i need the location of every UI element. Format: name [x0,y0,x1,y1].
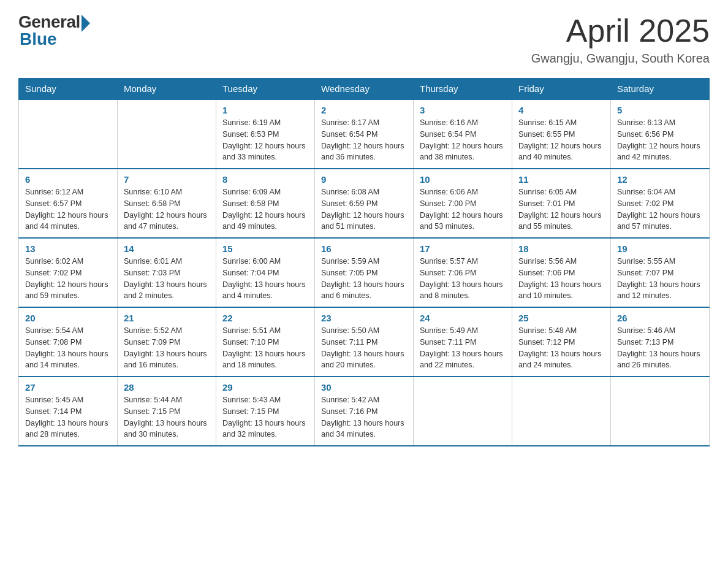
calendar-cell [118,99,216,169]
day-number: 28 [124,382,210,393]
day-info: Sunrise: 5:55 AMSunset: 7:07 PMDaylight:… [617,256,703,302]
day-number: 22 [222,313,308,323]
logo-blue-text: Blue [20,29,57,49]
day-of-week-header: Thursday [414,79,512,100]
calendar-cell: 12Sunrise: 6:04 AMSunset: 7:02 PMDayligh… [611,169,710,238]
day-number: 13 [25,243,111,254]
day-info: Sunrise: 6:12 AMSunset: 6:57 PMDaylight:… [25,186,111,232]
day-info: Sunrise: 6:19 AMSunset: 6:53 PMDaylight:… [222,117,308,163]
day-number: 5 [617,105,703,115]
calendar-cell [512,377,611,446]
calendar-cell: 7Sunrise: 6:10 AMSunset: 6:58 PMDaylight… [118,169,216,238]
day-number: 21 [124,313,210,323]
calendar-cell: 18Sunrise: 5:56 AMSunset: 7:06 PMDayligh… [512,238,611,307]
calendar-week-row: 27Sunrise: 5:45 AMSunset: 7:14 PMDayligh… [19,377,710,446]
calendar-week-row: 1Sunrise: 6:19 AMSunset: 6:53 PMDaylight… [19,99,710,169]
calendar-cell: 16Sunrise: 5:59 AMSunset: 7:05 PMDayligh… [315,238,414,307]
day-number: 15 [222,243,308,254]
calendar-cell: 23Sunrise: 5:50 AMSunset: 7:11 PMDayligh… [315,307,414,377]
calendar-cell: 26Sunrise: 5:46 AMSunset: 7:13 PMDayligh… [611,307,710,377]
day-number: 6 [25,174,111,185]
logo: General Blue [18,12,90,49]
day-number: 9 [321,174,407,185]
day-info: Sunrise: 5:59 AMSunset: 7:05 PMDaylight:… [321,256,407,302]
calendar-cell: 17Sunrise: 5:57 AMSunset: 7:06 PMDayligh… [414,238,512,307]
calendar-cell: 3Sunrise: 6:16 AMSunset: 6:54 PMDaylight… [414,99,512,169]
day-info: Sunrise: 5:43 AMSunset: 7:15 PMDaylight:… [222,394,308,440]
day-info: Sunrise: 6:08 AMSunset: 6:59 PMDaylight:… [321,186,407,232]
day-number: 12 [617,174,703,185]
day-number: 27 [25,382,111,393]
day-info: Sunrise: 5:56 AMSunset: 7:06 PMDaylight:… [518,256,604,302]
day-number: 26 [617,313,703,323]
day-info: Sunrise: 6:04 AMSunset: 7:02 PMDaylight:… [617,186,703,232]
day-number: 30 [321,382,407,393]
calendar-cell: 4Sunrise: 6:15 AMSunset: 6:55 PMDaylight… [512,99,611,169]
calendar-cell: 27Sunrise: 5:45 AMSunset: 7:14 PMDayligh… [19,377,118,446]
day-of-week-header: Friday [512,79,611,100]
day-of-week-header: Monday [118,79,216,100]
day-number: 29 [222,382,308,393]
calendar-week-row: 6Sunrise: 6:12 AMSunset: 6:57 PMDaylight… [19,169,710,238]
day-number: 20 [25,313,111,323]
calendar-table: SundayMondayTuesdayWednesdayThursdayFrid… [18,78,710,446]
calendar-cell: 30Sunrise: 5:42 AMSunset: 7:16 PMDayligh… [315,377,414,446]
day-of-week-header: Tuesday [216,79,315,100]
day-of-week-header: Wednesday [315,79,414,100]
day-info: Sunrise: 6:09 AMSunset: 6:58 PMDaylight:… [222,186,308,232]
day-number: 17 [420,243,506,254]
title-block: April 2025 Gwangju, Gwangju, South Korea [531,12,710,66]
day-number: 14 [124,243,210,254]
day-info: Sunrise: 6:02 AMSunset: 7:02 PMDaylight:… [25,256,111,302]
day-info: Sunrise: 6:00 AMSunset: 7:04 PMDaylight:… [222,256,308,302]
calendar-cell: 22Sunrise: 5:51 AMSunset: 7:10 PMDayligh… [216,307,315,377]
calendar-cell [611,377,710,446]
day-number: 19 [617,243,703,254]
day-number: 7 [124,174,210,185]
day-info: Sunrise: 5:50 AMSunset: 7:11 PMDaylight:… [321,325,407,371]
calendar-cell: 29Sunrise: 5:43 AMSunset: 7:15 PMDayligh… [216,377,315,446]
logo-arrow-icon [82,15,90,32]
day-info: Sunrise: 5:57 AMSunset: 7:06 PMDaylight:… [420,256,506,302]
calendar-cell: 2Sunrise: 6:17 AMSunset: 6:54 PMDaylight… [315,99,414,169]
day-number: 8 [222,174,308,185]
day-number: 24 [420,313,506,323]
day-info: Sunrise: 6:13 AMSunset: 6:56 PMDaylight:… [617,117,703,163]
calendar-cell: 28Sunrise: 5:44 AMSunset: 7:15 PMDayligh… [118,377,216,446]
day-info: Sunrise: 5:45 AMSunset: 7:14 PMDaylight:… [25,394,111,440]
calendar-cell: 9Sunrise: 6:08 AMSunset: 6:59 PMDaylight… [315,169,414,238]
day-info: Sunrise: 6:10 AMSunset: 6:58 PMDaylight:… [124,186,210,232]
day-number: 1 [222,105,308,115]
calendar-cell: 20Sunrise: 5:54 AMSunset: 7:08 PMDayligh… [19,307,118,377]
day-info: Sunrise: 5:54 AMSunset: 7:08 PMDaylight:… [25,325,111,371]
day-info: Sunrise: 6:16 AMSunset: 6:54 PMDaylight:… [420,117,506,163]
calendar-cell: 24Sunrise: 5:49 AMSunset: 7:11 PMDayligh… [414,307,512,377]
calendar-cell: 13Sunrise: 6:02 AMSunset: 7:02 PMDayligh… [19,238,118,307]
calendar-cell [19,99,118,169]
day-info: Sunrise: 5:42 AMSunset: 7:16 PMDaylight:… [321,394,407,440]
day-info: Sunrise: 5:52 AMSunset: 7:09 PMDaylight:… [124,325,210,371]
day-number: 11 [518,174,604,185]
calendar-week-row: 13Sunrise: 6:02 AMSunset: 7:02 PMDayligh… [19,238,710,307]
day-info: Sunrise: 5:49 AMSunset: 7:11 PMDaylight:… [420,325,506,371]
calendar-cell: 6Sunrise: 6:12 AMSunset: 6:57 PMDaylight… [19,169,118,238]
calendar-cell: 8Sunrise: 6:09 AMSunset: 6:58 PMDaylight… [216,169,315,238]
day-of-week-header: Sunday [19,79,118,100]
calendar-cell: 19Sunrise: 5:55 AMSunset: 7:07 PMDayligh… [611,238,710,307]
calendar-cell: 14Sunrise: 6:01 AMSunset: 7:03 PMDayligh… [118,238,216,307]
day-info: Sunrise: 5:46 AMSunset: 7:13 PMDaylight:… [617,325,703,371]
calendar-cell: 10Sunrise: 6:06 AMSunset: 7:00 PMDayligh… [414,169,512,238]
day-of-week-header: Saturday [611,79,710,100]
day-info: Sunrise: 6:17 AMSunset: 6:54 PMDaylight:… [321,117,407,163]
calendar-cell [414,377,512,446]
day-info: Sunrise: 5:44 AMSunset: 7:15 PMDaylight:… [124,394,210,440]
calendar-cell: 5Sunrise: 6:13 AMSunset: 6:56 PMDaylight… [611,99,710,169]
calendar-title: April 2025 [531,12,710,49]
day-info: Sunrise: 6:15 AMSunset: 6:55 PMDaylight:… [518,117,604,163]
day-number: 3 [420,105,506,115]
calendar-subtitle: Gwangju, Gwangju, South Korea [531,52,710,66]
day-info: Sunrise: 5:51 AMSunset: 7:10 PMDaylight:… [222,325,308,371]
day-number: 25 [518,313,604,323]
day-number: 23 [321,313,407,323]
calendar-week-row: 20Sunrise: 5:54 AMSunset: 7:08 PMDayligh… [19,307,710,377]
